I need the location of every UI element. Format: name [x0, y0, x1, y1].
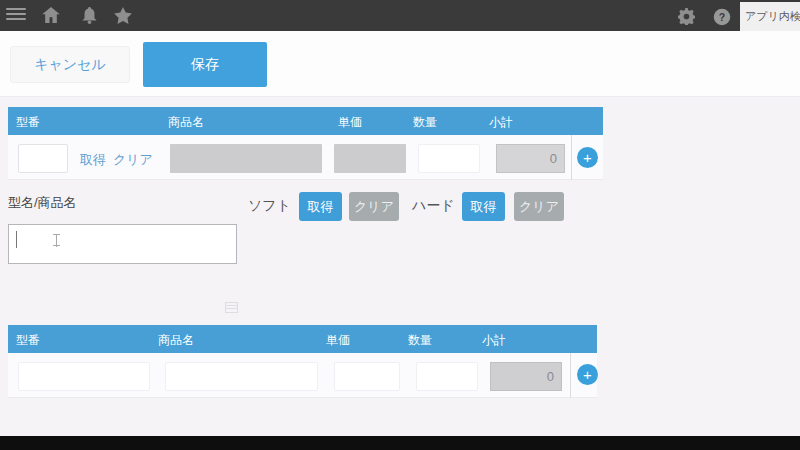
table2-row-divider	[570, 353, 571, 398]
star-icon[interactable]	[114, 7, 132, 24]
table1-unitprice-field-disabled	[334, 144, 406, 173]
soft-label: ソフト	[248, 197, 291, 215]
table2-header-quantity: 数量	[408, 332, 432, 349]
hard-clear-button[interactable]: クリア	[514, 192, 564, 221]
table1-row-divider	[571, 135, 572, 180]
table-grip-icon	[225, 302, 238, 313]
app-window: ? アプリ内検 キャンセル 保存 型番 商品名 単価 数量 小計 取得 クリア …	[0, 0, 800, 450]
soft-clear-button[interactable]: クリア	[349, 192, 399, 221]
table2-unitprice-input[interactable]	[334, 362, 400, 391]
table2-header-unitprice: 単価	[326, 332, 350, 349]
gear-icon[interactable]	[678, 8, 695, 25]
soft-get-button[interactable]: 取得	[299, 192, 342, 221]
table2-quantity-input[interactable]	[416, 362, 478, 391]
ibeam-cursor	[53, 234, 60, 246]
table1-header: 型番 商品名 単価 数量 小計	[8, 107, 603, 135]
table2-add-row-button[interactable]: +	[577, 364, 598, 385]
app-search-text: アプリ内検	[745, 10, 800, 22]
table1-clear-link[interactable]: クリア	[113, 151, 153, 169]
lookup-label: 型名/商品名	[8, 194, 77, 212]
top-navigation-bar: ? アプリ内検	[0, 0, 800, 31]
table1-subtotal-field: 0	[496, 144, 565, 173]
table1-header-unitprice: 単価	[338, 114, 362, 131]
table2-model-input[interactable]	[18, 362, 150, 391]
hard-get-button[interactable]: 取得	[462, 192, 505, 221]
lookup-search-input[interactable]	[8, 224, 237, 264]
table2-header-product: 商品名	[158, 332, 194, 349]
table1-header-subtotal: 小計	[489, 114, 513, 131]
hard-label: ハード	[412, 197, 455, 215]
table2-header: 型番 商品名 単価 数量 小計	[8, 325, 597, 353]
app-search-box[interactable]: アプリ内検	[740, 2, 800, 31]
table1-get-link[interactable]: 取得	[80, 151, 106, 169]
table1-add-row-button[interactable]: +	[577, 147, 598, 168]
svg-text:?: ?	[719, 11, 725, 23]
table1-quantity-input[interactable]	[418, 144, 480, 173]
table2-product-input[interactable]	[165, 362, 318, 391]
bell-icon[interactable]	[82, 7, 97, 24]
home-icon[interactable]	[42, 7, 60, 23]
text-caret	[16, 231, 17, 248]
table1-header-product: 商品名	[168, 114, 204, 131]
help-icon[interactable]: ?	[713, 8, 731, 26]
table2-subtotal-field: 0	[490, 362, 562, 391]
table1-product-field-disabled	[170, 144, 322, 173]
cancel-button[interactable]: キャンセル	[10, 46, 130, 83]
table1-header-quantity: 数量	[413, 114, 437, 131]
record-toolbar: キャンセル 保存	[0, 31, 800, 97]
table1-model-input[interactable]	[18, 144, 68, 173]
table2-header-subtotal: 小計	[482, 332, 506, 349]
save-button[interactable]: 保存	[143, 42, 267, 87]
table2-header-model: 型番	[16, 332, 40, 349]
table1-header-model: 型番	[16, 114, 40, 131]
bottom-letterbox-bar	[0, 436, 800, 450]
hamburger-menu-icon[interactable]	[6, 8, 26, 24]
